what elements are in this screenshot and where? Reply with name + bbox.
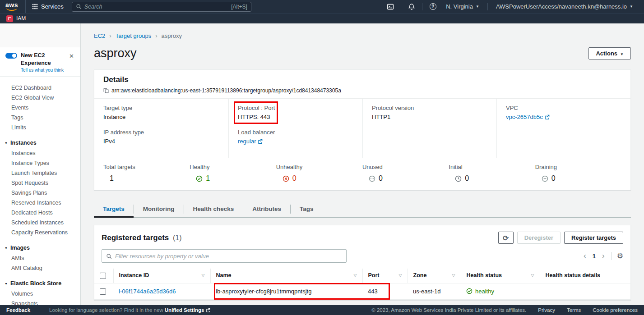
registered-targets-table: Instance ID ▽ Name ▽ Port ▽ Zone ▽ H	[94, 269, 630, 300]
notifications-button[interactable]	[404, 0, 419, 13]
tab-bar: Targets Monitoring Health checks Attribu…	[94, 201, 631, 218]
sidebar-item-ami-catalog[interactable]: AMI Catalog	[0, 263, 80, 273]
sidebar-item-instances[interactable]: Instances	[0, 148, 80, 158]
select-all-checkbox[interactable]	[100, 273, 106, 279]
page-number[interactable]: 1	[593, 253, 596, 260]
sidebar-item-amis[interactable]: AMIs	[0, 253, 80, 263]
details-heading: Details	[103, 75, 621, 84]
protocol-version-value: HTTP1	[372, 114, 487, 120]
sidebar-item-launch-templates[interactable]: Launch Templates	[0, 168, 80, 178]
services-menu-button[interactable]: Services	[27, 0, 69, 13]
actions-button[interactable]: Actions▼	[588, 47, 631, 59]
sidebar-item-ec2-dashboard[interactable]: EC2 Dashboard	[0, 83, 80, 93]
registered-targets-count: (1)	[173, 234, 182, 242]
tab-targets[interactable]: Targets	[94, 201, 134, 218]
vpc-link[interactable]: vpc-2657db5c	[506, 114, 550, 120]
tab-monitoring[interactable]: Monitoring	[134, 201, 184, 217]
cloudshell-icon	[387, 3, 394, 10]
settings-gear-icon[interactable]: ⚙	[617, 252, 623, 260]
instance-id-link[interactable]: i-06f1744a6a25d36d6	[119, 288, 176, 295]
total-targets-value: 1	[103, 174, 190, 183]
sidebar-section-instances[interactable]: ▼ Instances	[0, 137, 80, 148]
draining-value: 0	[535, 174, 621, 183]
protocol-port-label: Protocol : Port	[238, 105, 353, 111]
new-experience-title: New EC2 Experience	[21, 52, 51, 66]
minus-circle-icon	[542, 175, 548, 182]
target-port: 443	[368, 288, 378, 295]
sidebar-item-events[interactable]: Events	[0, 103, 80, 113]
account-menu[interactable]: AWSPowerUserAccess/navaneeth.kn@harness.…	[491, 0, 639, 13]
terms-link[interactable]: Terms	[567, 307, 581, 313]
search-input[interactable]	[84, 4, 228, 10]
sidebar-item-tags[interactable]: Tags	[0, 113, 80, 123]
register-targets-button[interactable]: Register targets	[564, 232, 623, 244]
breadcrumb-separator: ›	[109, 32, 111, 39]
feedback-link[interactable]: Feedback	[6, 307, 30, 313]
breadcrumb-separator: ›	[155, 32, 157, 39]
sidebar-item-instance-types[interactable]: Instance Types	[0, 158, 80, 168]
sidebar-item-savings-plans[interactable]: Savings Plans	[0, 188, 80, 198]
divider	[611, 252, 612, 260]
aws-logo[interactable]: aws	[5, 2, 18, 11]
sidebar-item-limits[interactable]: Limits	[0, 123, 80, 132]
column-filter-icon[interactable]: ▽	[354, 273, 357, 278]
chevron-down-icon: ▼	[630, 5, 633, 9]
column-filter-icon[interactable]: ▽	[399, 273, 402, 278]
column-filter-icon[interactable]: ▽	[531, 273, 534, 278]
tell-us-link[interactable]: Tell us what you think	[21, 68, 64, 73]
tab-health-checks[interactable]: Health checks	[184, 201, 243, 217]
cookie-preferences-link[interactable]: Cookie preferences	[593, 307, 638, 313]
target-name: lb-asproxytyler-cfcg8jru1tmmqpntsjtg	[216, 288, 311, 295]
registered-targets-title: Registered targets	[102, 233, 169, 242]
breadcrumb-ec2[interactable]: EC2	[94, 32, 105, 39]
protocol-port-value: HTTPS: 443	[238, 114, 353, 120]
close-icon[interactable]: ✕	[67, 52, 76, 60]
favorite-iam-link[interactable]: IAM	[16, 15, 26, 22]
privacy-link[interactable]: Privacy	[538, 307, 555, 313]
sidebar-item-capacity-reservations[interactable]: Capacity Reservations	[0, 228, 80, 237]
sidebar-item-spot-requests[interactable]: Spot Requests	[0, 178, 80, 188]
sidebar-item-scheduled-instances[interactable]: Scheduled Instances	[0, 218, 80, 228]
new-experience-toggle[interactable]	[5, 53, 17, 59]
help-icon: ?	[430, 3, 436, 10]
breadcrumb: EC2 › Target groups › asproxy	[94, 32, 631, 39]
ec2-sidebar: New EC2 Experience Tell us what you thin…	[0, 23, 81, 305]
sidebar-item-ec2-global-view[interactable]: EC2 Global View	[0, 93, 80, 103]
region-selector[interactable]: N. Virginia ▼	[440, 0, 485, 13]
sidebar-section-ebs[interactable]: ▼ Elastic Block Store	[0, 278, 80, 289]
column-header-name: Name	[216, 272, 232, 278]
load-balancer-link[interactable]: regular	[238, 138, 263, 145]
unused-label: Unused	[362, 164, 449, 170]
row-checkbox[interactable]	[100, 288, 106, 295]
filter-input[interactable]	[115, 253, 342, 260]
global-search: [Alt+S]	[72, 2, 251, 12]
next-page-button[interactable]: ›	[601, 253, 606, 259]
cloudshell-button[interactable]	[383, 0, 398, 13]
account-label: AWSPowerUserAccess/navaneeth.kn@harness.…	[496, 3, 627, 10]
tab-tags[interactable]: Tags	[291, 201, 323, 217]
column-filter-icon[interactable]: ▽	[452, 273, 455, 278]
previous-page-button[interactable]: ‹	[583, 253, 587, 259]
sidebar-item-snapshots[interactable]: Snapshots	[0, 299, 80, 305]
refresh-button[interactable]: ⟳	[498, 232, 514, 244]
sidebar-item-volumes[interactable]: Volumes	[0, 289, 80, 299]
column-filter-icon[interactable]: ▽	[202, 273, 205, 278]
dots-circle-icon	[369, 175, 375, 182]
triangle-down-icon: ▼	[5, 247, 8, 250]
x-circle-icon	[283, 175, 289, 182]
page-title: asproxy	[94, 46, 137, 60]
new-experience-panel: New EC2 Experience Tell us what you thin…	[0, 47, 80, 77]
sidebar-section-images[interactable]: ▼ Images	[0, 242, 80, 253]
details-panel: Details arn:aws:elasticloadbalancing:us-…	[94, 69, 631, 190]
unified-settings-link[interactable]: Unified Settings	[165, 307, 210, 313]
copy-icon[interactable]	[103, 88, 109, 93]
help-button[interactable]: ?	[425, 0, 440, 13]
iam-service-icon	[6, 15, 13, 22]
sidebar-item-dedicated-hosts[interactable]: Dedicated Hosts	[0, 208, 80, 218]
sidebar-item-reserved-instances[interactable]: Reserved Instances	[0, 198, 80, 208]
column-header-instance-id: Instance ID	[119, 272, 149, 278]
deregister-button[interactable]: Deregister	[517, 232, 561, 244]
tab-attributes[interactable]: Attributes	[243, 201, 290, 217]
sidebar-spacer	[0, 23, 80, 47]
breadcrumb-target-groups[interactable]: Target groups	[116, 32, 152, 39]
